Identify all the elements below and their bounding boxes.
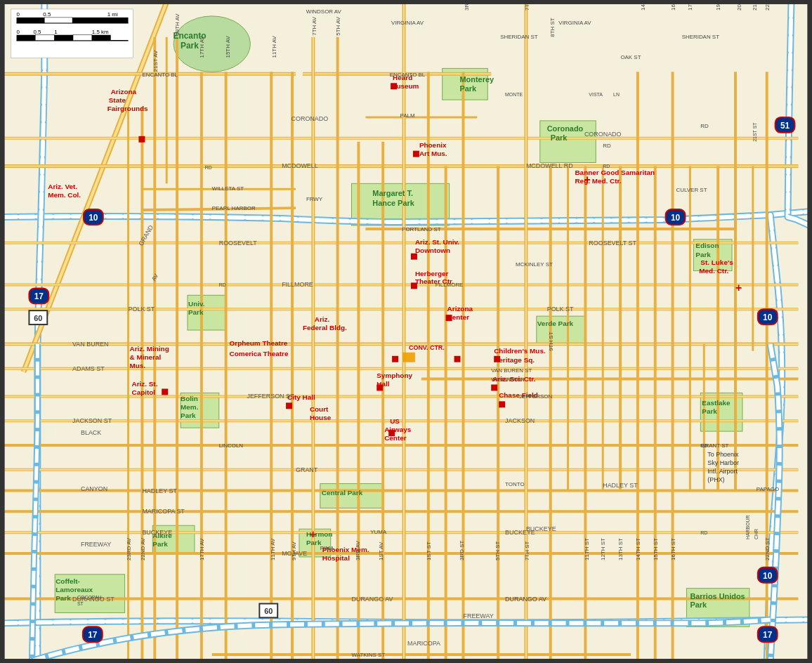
svg-text:Mem.: Mem. — [181, 403, 199, 411]
svg-text:Capitol: Capitol — [131, 388, 155, 396]
svg-text:MCKINLEY ST: MCKINLEY ST — [516, 261, 553, 268]
svg-text:7TH AV: 7TH AV — [311, 16, 317, 35]
svg-text:10: 10 — [763, 571, 773, 581]
svg-rect-303 — [35, 35, 54, 41]
svg-text:15TH ST: 15TH ST — [653, 538, 659, 560]
svg-text:CANYON: CANYON — [81, 485, 107, 492]
svg-text:OAK ST: OAK ST — [620, 54, 641, 60]
svg-text:Hance Park: Hance Park — [372, 199, 414, 207]
svg-rect-100 — [491, 385, 497, 391]
svg-text:Federal Bldg.: Federal Bldg. — [303, 324, 347, 332]
svg-text:Herberger: Herberger — [415, 270, 449, 277]
svg-text:22ND AV: 22ND AV — [140, 537, 146, 560]
svg-text:BUCKEYE: BUCKEYE — [142, 529, 172, 536]
svg-text:1 mi: 1 mi — [107, 11, 118, 18]
svg-text:11TH AV: 11TH AV — [270, 538, 276, 560]
svg-text:BLACK: BLACK — [81, 429, 101, 436]
svg-text:23RD AV: 23RD AV — [126, 537, 132, 560]
svg-text:Park: Park — [188, 308, 204, 316]
svg-text:RD: RD — [700, 123, 709, 129]
svg-text:HARBOUR: HARBOUR — [745, 515, 750, 539]
svg-text:LINCOLN: LINCOLN — [219, 442, 244, 449]
svg-text:10: 10 — [89, 213, 98, 223]
svg-text:5TH ST: 5TH ST — [495, 541, 501, 560]
svg-text:PIMA: PIMA — [320, 545, 334, 551]
svg-text:MCDOWELL RD: MCDOWELL RD — [526, 162, 573, 169]
svg-text:1.5 km: 1.5 km — [92, 29, 109, 35]
svg-text:Central Park: Central Park — [322, 489, 363, 497]
svg-text:Reg. Med. Ctr.: Reg. Med. Ctr. — [575, 177, 621, 185]
svg-text:22ND ST: 22ND ST — [764, 537, 771, 560]
svg-text:7TH ST: 7TH ST — [524, 541, 530, 560]
svg-text:60: 60 — [264, 607, 273, 615]
svg-text:Mem. Col.: Mem. Col. — [48, 191, 81, 199]
svg-text:11TH ST: 11TH ST — [584, 538, 590, 560]
svg-text:Park: Park — [306, 539, 322, 546]
svg-text:RD: RD — [700, 443, 707, 448]
svg-text:Center: Center — [447, 313, 470, 321]
svg-text:Children's Mus.: Children's Mus. — [494, 347, 546, 355]
svg-text:BUCKEYE: BUCKEYE — [505, 529, 535, 536]
svg-text:1ST ST: 1ST ST — [426, 541, 432, 560]
svg-text:Heritage Sq.: Heritage Sq. — [494, 356, 535, 364]
svg-text:ROOSEVELT ST: ROOSEVELT ST — [589, 239, 636, 247]
svg-text:Hospital: Hospital — [322, 554, 350, 562]
svg-text:SHERIDAN ST: SHERIDAN ST — [500, 34, 538, 40]
svg-text:TONTO: TONTO — [505, 481, 525, 487]
svg-text:13TH ST: 13TH ST — [617, 538, 624, 560]
svg-text:15TH AV: 15TH AV — [225, 36, 231, 58]
svg-text:Park: Park — [695, 251, 711, 258]
svg-text:Bolin: Bolin — [181, 395, 198, 402]
svg-text:PEARL HARBOR: PEARL HARBOR — [212, 205, 256, 211]
svg-text:Park: Park — [181, 41, 199, 51]
svg-text:12TH ST: 12TH ST — [600, 538, 606, 560]
svg-text:MCDOWELL: MCDOWELL — [282, 162, 318, 169]
svg-text:3RD AV: 3RD AV — [355, 541, 361, 560]
svg-text:MARICOPA: MARICOPA — [407, 640, 440, 647]
svg-text:CORONADO: CORONADO — [292, 115, 329, 122]
svg-text:Coffelt-: Coffelt- — [55, 577, 80, 585]
svg-text:17: 17 — [34, 291, 44, 301]
svg-text:Arizona: Arizona — [111, 88, 137, 96]
svg-text:JACKSON: JACKSON — [505, 417, 535, 424]
svg-text:Barrios Unidos: Barrios Unidos — [690, 592, 745, 600]
svg-text:House: House — [310, 414, 332, 421]
svg-text:HADLEY ST: HADLEY ST — [603, 482, 638, 489]
svg-text:5TH AV: 5TH AV — [335, 16, 341, 35]
svg-text:8TH ST: 8TH ST — [549, 18, 556, 37]
svg-text:WILLETA ST: WILLETA ST — [212, 185, 244, 192]
svg-text:PALM: PALM — [400, 112, 414, 119]
svg-text:Ariz. Mining: Ariz. Mining — [130, 345, 169, 353]
svg-text:Eastlake: Eastlake — [702, 399, 731, 407]
svg-text:Univ.: Univ. — [188, 300, 205, 308]
svg-text:Coronado: Coronado — [547, 124, 584, 133]
svg-text:POLK ST: POLK ST — [129, 306, 155, 313]
svg-text:WINDSOR AV: WINDSOR AV — [306, 8, 342, 15]
svg-text:Airways: Airways — [384, 426, 412, 433]
svg-text:0.5: 0.5 — [43, 11, 51, 18]
svg-rect-97 — [454, 356, 461, 362]
svg-text:Verde Park: Verde Park — [537, 320, 574, 327]
svg-text:COCOPAH: COCOPAH — [77, 595, 102, 600]
svg-text:Park: Park — [551, 133, 568, 142]
svg-text:19TH AV: 19TH AV — [174, 13, 181, 36]
svg-text:FILLMORE: FILLMORE — [282, 281, 313, 288]
svg-text:PORTLAND ST: PORTLAND ST — [402, 226, 441, 232]
svg-text:Museum: Museum — [391, 82, 419, 90]
svg-text:ENCANTO BL: ENCANTO BL — [142, 72, 178, 78]
svg-text:Park: Park — [460, 84, 478, 93]
svg-text:CORONADO: CORONADO — [584, 131, 622, 138]
svg-text:WATKINS ST: WATKINS ST — [351, 652, 385, 658]
svg-rect-92 — [138, 136, 145, 143]
svg-rect-96 — [392, 356, 398, 362]
svg-text:21ST ST: 21ST ST — [752, 122, 757, 142]
svg-text:CONV. CTR.: CONV. CTR. — [409, 344, 445, 351]
svg-text:17: 17 — [88, 630, 98, 640]
svg-text:FRWY: FRWY — [306, 196, 323, 202]
svg-text:VISTA: VISTA — [589, 92, 603, 97]
svg-text:JEFFERSON: JEFFERSON — [519, 393, 552, 400]
svg-text:VAN BUREN ST: VAN BUREN ST — [491, 367, 532, 374]
svg-rect-93 — [411, 254, 417, 260]
svg-text:DURANGO AV: DURANGO AV — [505, 596, 546, 603]
svg-rect-296 — [44, 18, 72, 23]
